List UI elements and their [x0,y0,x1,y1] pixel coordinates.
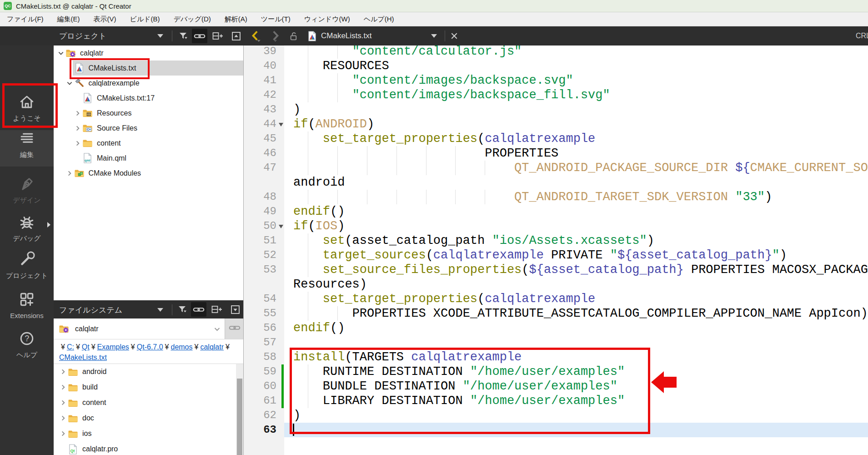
menu-item-5[interactable]: 解析(A) [218,12,254,26]
filter-button[interactable] [175,302,190,317]
editor-line-49[interactable]: 49endif() [244,204,868,219]
chevron-down-icon[interactable] [57,50,65,56]
filesystem-item-android[interactable]: android [54,364,236,379]
breadcrumb-link-demos[interactable]: demos [171,343,192,351]
filesystem-item-content[interactable]: content [54,395,236,410]
code-text[interactable]: LIBRARY DESTINATION "/home/user/examples… [284,394,868,408]
code-text[interactable]: QT_ANDROID_PACKAGE_SOURCE_DIR ${CMAKE_CU… [284,161,868,175]
code-text[interactable]: QT_ANDROID_TARGET_SDK_VERSION "33") [284,190,868,204]
menu-item-1[interactable]: 編集(E) [50,12,87,26]
menu-item-2[interactable]: 表示(V) [87,12,123,26]
chevron-down-icon[interactable] [157,308,163,312]
editor-line-41[interactable]: 41 "content/images/backspace.svg" [244,73,868,88]
chevron-right-icon[interactable] [59,430,67,437]
editor-line-62[interactable]: 62) [244,408,868,423]
chevron-down-icon[interactable] [157,34,163,38]
chevron-right-icon[interactable] [65,170,74,177]
editor-line-45[interactable]: 45 set_target_properties(calqlatrexample [244,131,868,146]
code-text[interactable]: install(TARGETS calqlatrexample [284,350,868,364]
menu-item-7[interactable]: ウィンドウ(W) [297,12,357,26]
sidebar-mode-[interactable]: 編集 [0,130,54,167]
code-text[interactable]: PROPERTIES [284,146,868,161]
code-text[interactable]: PROPERTIES XCODE_ATTRIBUTE_ASSETCATALOG_… [284,306,868,321]
link-with-editor-button[interactable] [192,29,207,43]
code-text[interactable]: ) [284,102,868,117]
chevron-down-icon[interactable] [214,326,221,334]
code-text[interactable]: endif() [284,321,868,335]
tree-item-calqlatrexample[interactable]: calqlatrexample [54,76,244,91]
lock-icon[interactable] [286,29,301,43]
chevron-right-icon[interactable] [74,140,82,147]
code-text[interactable]: set_source_files_properties(${asset_cata… [284,263,868,277]
editor-line-48[interactable]: 48 QT_ANDROID_TARGET_SDK_VERSION "33") [244,190,868,204]
sidebar-mode-extensions[interactable]: Extensions [0,291,54,328]
menu-item-6[interactable]: ツール(T) [254,12,297,26]
chevron-right-icon[interactable] [59,369,67,375]
code-text[interactable]: target_sources(calqlatrexample PRIVATE "… [284,248,868,263]
editor-line-55[interactable]: 55 PROPERTIES XCODE_ATTRIBUTE_ASSETCATAL… [244,306,868,321]
code-text[interactable]: Resources) [284,277,868,292]
filesystem-item-calqlatr-pro[interactable]: Qtcalqlatr.pro [54,441,236,455]
close-document-button[interactable] [447,29,462,43]
editor-line-60[interactable]: 60 BUNDLE DESTINATION "/home/user/exampl… [244,379,868,394]
sidebar-mode-[interactable]: ?ヘルプ [0,330,54,367]
breadcrumb-link-qt-6-7-0[interactable]: Qt-6.7.0 [137,343,163,351]
chevron-right-icon[interactable] [59,399,67,406]
editor-line-51[interactable]: 51 set(asset_catalog_path "ios/Assets.xc… [244,233,868,248]
code-text[interactable]: RESOURCES [284,59,868,73]
code-text[interactable]: "content/images/backspace_fill.svg" [284,88,868,102]
editor-line-47[interactable]: 47 QT_ANDROID_PACKAGE_SOURCE_DIR ${CMAKE… [244,161,868,175]
code-text[interactable]: if(IOS) [284,219,868,233]
line-ending-indicator[interactable]: CRL [856,26,868,46]
tree-item-cmakelists-txt-17[interactable]: CMakeLists.txt:17 [54,91,244,106]
sidebar-mode-[interactable]: プロジェクト [0,251,54,288]
menu-item-0[interactable]: ファイル(F) [0,12,50,26]
tree-item-cmake-modules[interactable]: CMake Modules [54,166,244,181]
filesystem-item-build[interactable]: build [54,379,236,395]
chevron-down-icon[interactable] [65,80,74,86]
editor-line-52[interactable]: 52 target_sources(calqlatrexample PRIVAT… [244,248,868,263]
filesystem-root-row[interactable]: calqlatr [54,318,244,339]
editor-line-59[interactable]: 59 RUNTIME DESTINATION "/home/user/examp… [244,364,868,379]
editor-line-63[interactable]: 63 [244,423,868,437]
open-document-tab[interactable]: CMakeLists.txt [321,26,371,46]
filesystem-scrollbar-handle[interactable] [237,379,242,455]
filesystem-item-ios[interactable]: ios [54,426,236,441]
editor-wrap-line[interactable]: android [244,175,868,190]
editor-line-50[interactable]: 50if(IOS) [244,219,868,233]
tree-item-content[interactable]: content [54,136,244,151]
collapse-panel-button[interactable] [227,302,243,317]
collapse-all-button[interactable] [228,29,244,43]
sidebar-mode-[interactable]: デザイン [0,176,54,212]
code-text[interactable]: set_target_properties(calqlatrexample [284,131,868,146]
chevron-right-icon[interactable] [74,125,82,131]
editor-line-53[interactable]: 53 set_source_files_properties(${asset_c… [244,263,868,277]
code-text[interactable]: RUNTIME DESTINATION "/home/user/examples… [284,364,868,379]
go-back-button[interactable] [248,29,263,43]
editor-line-44[interactable]: 44if(ANDROID) [244,117,868,131]
chevron-right-icon[interactable] [59,415,67,421]
breadcrumb-link-c[interactable]: C: [67,343,74,351]
editor-line-57[interactable]: 57 [244,335,868,350]
code-text[interactable]: android [284,175,868,190]
sidebar-mode-[interactable]: デバッグ [0,214,54,250]
menu-item-4[interactable]: デバッグ(D) [167,12,218,26]
go-forward-button[interactable] [267,29,283,43]
code-text[interactable]: BUNDLE DESTINATION "/home/user/examples" [284,379,868,394]
editor-line-42[interactable]: 42 "content/images/backspace_fill.svg" [244,88,868,102]
editor-wrap-line[interactable]: Resources) [244,277,868,292]
breadcrumb-link-cmakelists-txt[interactable]: CMakeLists.txt [59,354,107,361]
code-editor[interactable]: 39 "content/calculator.js"40 RESOURCES41… [244,46,868,455]
editor-line-61[interactable]: 61 LIBRARY DESTINATION "/home/user/examp… [244,394,868,408]
editor-line-39[interactable]: 39 "content/calculator.js" [244,46,868,59]
editor-line-56[interactable]: 56endif() [244,321,868,335]
code-text[interactable]: "content/images/backspace.svg" [284,73,868,88]
breadcrumb-link-calqlatr[interactable]: calqlatr [200,343,224,351]
tree-item-main-qml[interactable]: qmlMain.qml [54,151,244,166]
filesystem-item-doc[interactable]: doc [54,410,236,426]
tree-item-cmakelists-txt[interactable]: CMakeLists.txt [54,61,244,76]
code-text[interactable]: set(asset_catalog_path "ios/Assets.xcass… [284,233,868,248]
filter-button[interactable] [176,29,191,43]
tree-item-source-files[interactable]: C+Source Files [54,121,244,136]
split-panel-button[interactable] [209,302,225,317]
